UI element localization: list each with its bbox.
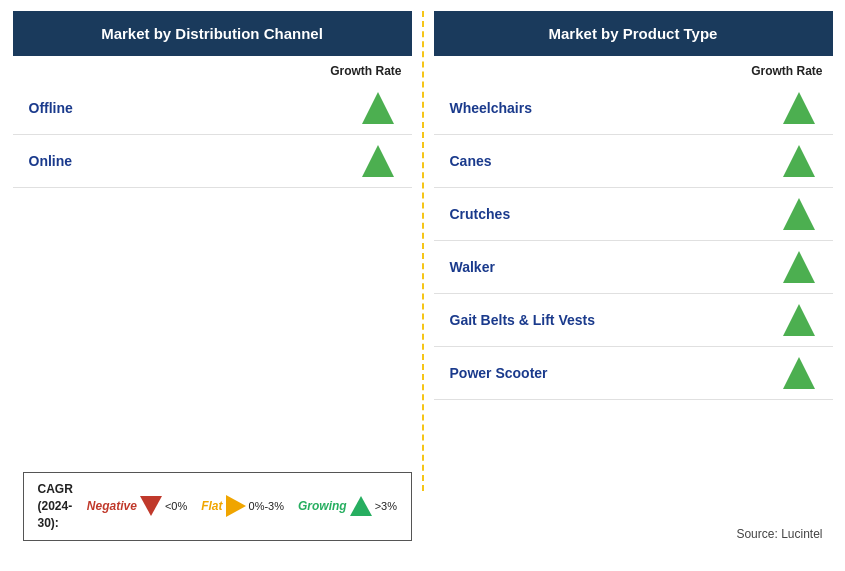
right-panel-title: Market by Product Type [434, 11, 833, 56]
table-row: Crutches [434, 188, 833, 241]
up-arrow-icon [783, 251, 815, 283]
table-row: Power Scooter [434, 347, 833, 400]
right-panel: Market by Product Type Growth Rate Wheel… [434, 11, 833, 561]
legend-negative: Negative <0% [87, 496, 187, 516]
right-arrow-yellow-icon [226, 495, 246, 517]
growing-value: >3% [375, 500, 397, 512]
table-row: Wheelchairs [434, 82, 833, 135]
canes-label: Canes [450, 153, 492, 169]
flat-value: 0%-3% [249, 500, 284, 512]
negative-value: <0% [165, 500, 187, 512]
table-row: Walker [434, 241, 833, 294]
table-row: Offline [13, 82, 412, 135]
power-scooter-label: Power Scooter [450, 365, 548, 381]
legend-flat: Flat 0%-3% [201, 495, 284, 517]
right-growth-rate-label: Growth Rate [434, 64, 833, 78]
up-arrow-icon [783, 145, 815, 177]
up-arrow-icon [783, 304, 815, 336]
left-panel: Market by Distribution Channel Growth Ra… [13, 11, 412, 561]
table-row: Gait Belts & Lift Vests [434, 294, 833, 347]
up-arrow-icon [783, 92, 815, 124]
cagr-text: CAGR (2024-30): [38, 481, 73, 531]
left-panel-title: Market by Distribution Channel [13, 11, 412, 56]
growing-label: Growing [298, 499, 347, 513]
divider [422, 11, 424, 491]
walker-label: Walker [450, 259, 495, 275]
down-arrow-red-icon [140, 496, 162, 516]
up-arrow-icon [362, 145, 394, 177]
table-row: Online [13, 135, 412, 188]
up-arrow-icon [362, 92, 394, 124]
negative-label: Negative [87, 499, 137, 513]
gait-belts-label: Gait Belts & Lift Vests [450, 312, 595, 328]
crutches-label: Crutches [450, 206, 511, 222]
up-arrow-green-icon [350, 496, 372, 516]
source-label: Source: Lucintel [736, 527, 822, 541]
legend-growing: Growing >3% [298, 496, 397, 516]
offline-label: Offline [29, 100, 73, 116]
table-row: Canes [434, 135, 833, 188]
up-arrow-icon [783, 198, 815, 230]
wheelchairs-label: Wheelchairs [450, 100, 532, 116]
main-container: Market by Distribution Channel Growth Ra… [13, 11, 833, 561]
online-label: Online [29, 153, 73, 169]
legend-box: CAGR (2024-30): Negative <0% Flat 0%-3% … [23, 472, 413, 540]
left-growth-rate-label: Growth Rate [13, 64, 412, 78]
flat-label: Flat [201, 499, 222, 513]
up-arrow-icon [783, 357, 815, 389]
